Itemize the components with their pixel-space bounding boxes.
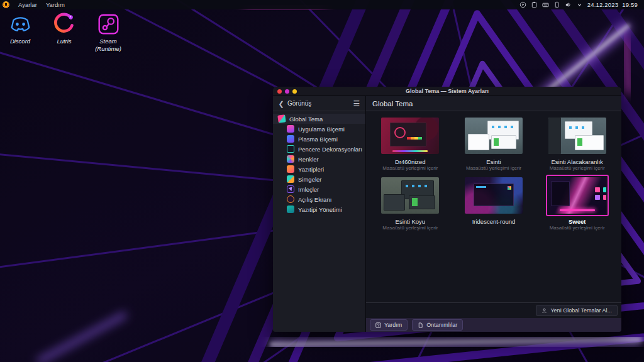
sidebar-item-cursors[interactable]: İmleçler [273, 184, 365, 194]
theme-subtitle: Masaüstü yerleşimi içerir [550, 225, 605, 231]
input-devices-icon[interactable] [542, 1, 549, 8]
close-button[interactable] [277, 89, 282, 94]
sidebar-item-splash-screen[interactable]: Açılış Ekranı [273, 194, 365, 204]
global-theme-panel: Global Tema Dr460nized Masaüstü yerleşim… [366, 96, 621, 332]
theme-tile-sweet[interactable]: Sweet Masaüstü yerleşimi içerir [537, 175, 618, 232]
theme-tile-esinti-koyu[interactable]: Esinti Koyu Masaüstü yerleşimi içerir [370, 175, 450, 232]
maximize-button[interactable] [292, 89, 297, 94]
theme-tile-esinti[interactable]: Esinti Masaüstü yerleşimi içerir [453, 115, 534, 172]
window-decorations-icon [287, 145, 294, 153]
discord-logo-icon [9, 13, 32, 36]
page-title: Global Tema [372, 100, 413, 107]
desktop-screen: Ayarlar Yardım [0, 0, 644, 362]
theme-name: Sweet [569, 218, 586, 225]
desktop-icons: Discord Lutris Steam (Runtime) [4, 13, 125, 53]
clock-date: 24.12.2023 [587, 1, 619, 8]
global-menu-bar: Ayarlar Yardım [0, 0, 644, 9]
application-style-icon [287, 125, 294, 133]
system-settings-window: Global Tema — Sistem Ayarları ❮ Görünüş … [273, 87, 621, 332]
theme-preview [548, 177, 606, 214]
splash-screen-icon [287, 195, 294, 203]
theme-tile-iridescent-round[interactable]: Iridescent-round [453, 175, 534, 232]
panel-header: Global Tema [366, 96, 621, 111]
sidebar-item-plasma-style[interactable]: Plasma Biçemi [273, 134, 365, 144]
get-new-row: Yeni Global Temalar Al... [366, 302, 621, 318]
plasma-style-icon [287, 135, 294, 143]
sidebar-title: Görünüş [287, 100, 352, 107]
theme-preview [381, 177, 439, 214]
window-footer: Yardım Öntanımlılar [366, 318, 621, 332]
desktop-icon-lutris[interactable]: Lutris [48, 13, 80, 53]
fonts-icon [287, 165, 294, 173]
distro-logo-icon[interactable] [3, 1, 9, 8]
defaults-icon [418, 322, 423, 328]
sidebar-item-global-theme[interactable]: Global Tema [273, 114, 365, 124]
volume-icon[interactable] [565, 1, 572, 8]
back-icon[interactable]: ❮ [277, 99, 286, 108]
colors-icon [287, 155, 294, 163]
theme-subtitle: Masaüstü yerleşimi içerir [550, 165, 605, 172]
chevron-down-icon[interactable] [576, 1, 583, 8]
help-icon [375, 322, 381, 328]
get-new-icon [541, 308, 547, 314]
sidebar-item-application-style[interactable]: Uygulama Biçemi [273, 124, 365, 134]
system-tray: 24.12.2023 19:59 [519, 1, 644, 8]
phone-icon[interactable] [553, 1, 560, 8]
menu-settings[interactable]: Ayarlar [14, 0, 42, 9]
help-button[interactable]: Yardım [370, 319, 408, 331]
sidebar-item-icons[interactable]: Simgeler [273, 174, 365, 184]
theme-name: Dr460nized [395, 158, 426, 165]
theme-subtitle: Masaüstü yerleşimi içerir [382, 165, 438, 172]
lutris-logo-icon [53, 13, 76, 36]
theme-preview [465, 118, 523, 154]
clock[interactable]: 24.12.2023 19:59 [587, 1, 638, 8]
theme-grid-area: Dr460nized Masaüstü yerleşimi içerir Esi… [366, 111, 621, 302]
hamburger-menu-icon[interactable]: ☰ [352, 99, 362, 108]
clipboard-icon[interactable] [531, 1, 538, 8]
theme-name: Esinti Koyu [396, 218, 426, 225]
theme-tile-dr460nized[interactable]: Dr460nized Masaüstü yerleşimi içerir [370, 115, 450, 172]
global-theme-icon [277, 114, 286, 123]
defaults-button[interactable]: Öntanımlılar [412, 319, 463, 331]
theme-name: Iridescent-round [472, 218, 516, 225]
sidebar-list: Global Tema Uygulama Biçemi Plasma Biçem… [273, 111, 365, 217]
steam-logo-icon [97, 13, 120, 36]
desktop-icon-steam[interactable]: Steam (Runtime) [92, 13, 125, 53]
sidebar-item-window-decorations[interactable]: Pencere Dekorasyonları [273, 144, 365, 154]
sidebar-item-colors[interactable]: Renkler [273, 154, 365, 164]
clock-time: 19:59 [622, 1, 638, 8]
icons-icon [287, 175, 294, 183]
theme-subtitle: Masaüstü yerleşimi içerir [466, 165, 521, 172]
theme-name: Esinti [486, 158, 501, 165]
menu-help[interactable]: Yardım [42, 0, 69, 9]
window-title: Global Tema — Sistem Ayarları [273, 88, 621, 94]
desktop-icon-discord[interactable]: Discord [4, 13, 36, 53]
get-new-themes-button[interactable]: Yeni Global Temalar Al... [536, 305, 618, 316]
sidebar-item-font-management[interactable]: Yazıtipi Yönetimi [273, 204, 365, 214]
font-management-icon [287, 206, 294, 213]
media-player-icon[interactable] [519, 1, 526, 8]
theme-name: Esinti Alacakaranlık [551, 158, 602, 165]
window-titlebar[interactable]: Global Tema — Sistem Ayarları [273, 87, 621, 96]
sidebar-header: ❮ Görünüş ☰ [273, 96, 365, 111]
theme-preview [465, 177, 523, 214]
theme-preview [548, 118, 606, 154]
theme-subtitle: Masaüstü yerleşimi içerir [382, 225, 438, 231]
minimize-button[interactable] [285, 89, 289, 94]
cursors-icon [287, 185, 294, 193]
theme-tile-esinti-alacakaranlik[interactable]: Esinti Alacakaranlık Masaüstü yerleşimi … [537, 115, 618, 172]
sidebar-item-fonts[interactable]: Yazıtipleri [273, 164, 365, 174]
theme-preview [381, 118, 439, 154]
settings-sidebar: ❮ Görünüş ☰ Global Tema Uygulama Biçemi [273, 96, 366, 332]
